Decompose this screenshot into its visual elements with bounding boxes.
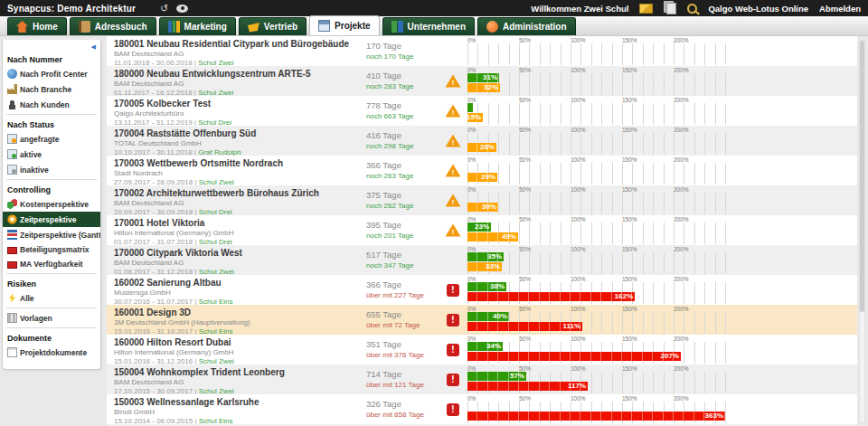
project-duration: 351 Tage [366, 339, 440, 349]
chart-gridlines [467, 133, 726, 155]
project-company: Hilton International (Germany) GmbH [114, 229, 354, 237]
gantt-icon [7, 230, 17, 240]
sidebar-item-angefragte[interactable]: angefragte [3, 131, 100, 147]
search-icon[interactable] [687, 4, 697, 14]
sidebar-item-aktive[interactable]: aktive [3, 147, 100, 162]
warning-icon: ! [446, 224, 461, 237]
project-manager[interactable]: Schul Drei [199, 238, 232, 245]
project-row[interactable]: 180000 Neubau Entwicklungszentrum ARTE-5… [107, 66, 857, 96]
sidebar-header-controlling: Controlling [3, 182, 100, 196]
project-manager[interactable]: Schul Eins [199, 327, 233, 335]
tab-adressbuch[interactable]: Adressbuch [70, 17, 156, 35]
project-company: BAM Deutschland AG [114, 378, 354, 386]
sidebar-item-ma-verf-gbarkeit[interactable]: MA Verfügbarkeit [3, 257, 100, 271]
sidebar-item-zeitperspektive-gantt[interactable]: Zeitperspektive (Gantt) [3, 227, 100, 242]
project-period: 01.07.2017 - 31.07.2018 [114, 238, 194, 245]
risiko-icon [7, 293, 17, 303]
sidebar-item-vorlagen[interactable]: Vorlagen [3, 310, 100, 326]
project-row[interactable]: 170001 Hotel Viktoria Hilton Internation… [107, 215, 857, 245]
project-row[interactable]: 160001 Design 3D 3M Deutschland GmbH (Ha… [107, 305, 857, 335]
vertical-scrollbar[interactable] [859, 40, 865, 423]
sidebar-item-inaktive[interactable]: inaktive [3, 162, 100, 177]
logout-link[interactable]: Abmelden [819, 4, 861, 14]
collapse-sidebar-icon[interactable] [3, 42, 100, 52]
project-row[interactable]: 170002 Architekturwettbewerb Bürohaus Zü… [107, 185, 857, 215]
axis-tick-label: 200% [674, 156, 689, 163]
project-manager[interactable]: Schul Drei [199, 208, 232, 215]
project-period: 10.10.2017 - 30.11.2018 [114, 148, 194, 156]
bar-value-label: 207% [661, 352, 681, 361]
axis-tick-label: 100% [571, 365, 586, 372]
axis-tick-label: 0% [467, 97, 476, 103]
mail-icon[interactable] [639, 4, 653, 14]
project-manager[interactable]: Schul Zwei [199, 357, 234, 364]
tab-marketing[interactable]: Marketing [159, 17, 236, 35]
sidebar-item-zeitperspektive[interactable]: Zeitperspektive [3, 212, 100, 227]
alert-icon: ! [447, 403, 459, 416]
project-manager[interactable]: Schul Zwei [198, 59, 233, 66]
copy-icon[interactable] [666, 3, 676, 14]
axis-tick-label: 150% [622, 97, 637, 103]
progress-chart: 0%50%100%150%200%34%207% [466, 335, 857, 364]
tab-projekte[interactable]: Projekte [309, 15, 379, 35]
project-row[interactable]: 150003 Wellnessanlage Karlsruhe Binoli G… [107, 394, 857, 424]
project-manager[interactable]: Schul Zwei [199, 268, 234, 275]
tab-unternehmen[interactable]: Unternehmen [382, 17, 475, 35]
scrollbar-thumb[interactable] [860, 41, 864, 312]
ma-verfuegbarkeit-icon [7, 261, 17, 269]
history-icon[interactable] [160, 4, 168, 13]
project-manager[interactable]: Graf Rudolph [198, 148, 241, 156]
axis-tick-label: 100% [571, 395, 586, 402]
project-title: 150004 Wohnkomplex Trident Leonberg [114, 367, 354, 377]
project-row[interactable]: 170003 Wettbewerb Ortsmitte Nordrach Sta… [107, 156, 857, 185]
bar-value-label: 363% [705, 412, 725, 421]
axis-tick-label: 200% [674, 37, 689, 43]
project-manager[interactable]: Schul Zwei [199, 178, 234, 185]
tab-vertrieb[interactable]: Vertrieb [239, 17, 307, 35]
project-manager[interactable]: Schul Zwei [199, 387, 234, 394]
project-title: 150003 Wellnessanlage Karlsruhe [114, 397, 354, 407]
project-row[interactable]: 170000 Citypark Viktoria West BAM Deutsc… [107, 245, 857, 275]
sidebar-item-alle[interactable]: Alle [3, 290, 100, 306]
angefragte-icon [7, 134, 17, 144]
project-title: 170005 Kolbecker Test [114, 99, 354, 109]
axis-tick-label: 0% [467, 365, 476, 372]
sidebar-item-projektdokumente[interactable]: Projektdokumente [3, 345, 100, 360]
project-manager[interactable]: Schul Eins [199, 298, 233, 305]
online-link[interactable]: Qalgo Web-Lotus Online [708, 4, 808, 14]
project-row[interactable]: 180001 Neubau Residential Citypark und B… [107, 36, 857, 66]
axis-tick-label: 50% [519, 97, 531, 103]
project-row[interactable]: 170004 Raststätte Offenburg Süd TOTAL De… [107, 126, 857, 156]
sidebar-item-nach-branche[interactable]: Nach Branche [3, 81, 100, 97]
sidebar-item-kostenperspektive[interactable]: Kostenperspektive [3, 196, 100, 212]
sidebar-divider [6, 273, 97, 274]
sidebar-item-nach-profit-center[interactable]: Nach Profit Center [3, 66, 100, 81]
axis-tick-label: 100% [571, 216, 586, 222]
tab-administration[interactable]: Administration [477, 17, 576, 35]
kunden-icon [7, 99, 17, 109]
progress-chart: 0%50%100%150%200%31%32% [466, 66, 857, 96]
axis-tick-label: 100% [571, 336, 586, 342]
elapsed-time-bar: 15% [467, 113, 483, 122]
project-remaining: noch 663 Tage [366, 112, 440, 120]
project-manager[interactable]: Schul Zwei [198, 89, 233, 96]
sidebar-item-beteiligungsmatrix[interactable]: Beteiligungsmatrix [3, 242, 100, 257]
project-row[interactable]: 170005 Kolbecker Test Qalgo Architekturb… [107, 96, 857, 126]
alert-icon: ! [447, 344, 459, 356]
axis-tick-label: 100% [571, 186, 586, 193]
project-title: 170000 Citypark Viktoria West [114, 248, 354, 258]
project-manager[interactable]: Schul Eins [199, 417, 233, 424]
eye-icon[interactable] [176, 5, 188, 13]
project-duration: 517 Tage [366, 250, 440, 260]
project-row[interactable]: 160002 Sanierung Altbau Mustersga GmbH 3… [107, 275, 857, 305]
tab-home[interactable]: Home [7, 17, 67, 35]
project-row[interactable]: 160000 Hilton Resort Dubai Hilton Intern… [107, 335, 857, 364]
app-title: Synapcus: Demo Architektur [7, 4, 136, 14]
project-manager[interactable]: Schul Drei [198, 118, 231, 126]
sidebar-item-nach-kunden[interactable]: Nach Kunden [3, 97, 100, 112]
project-row[interactable]: 150004 Wohnkomplex Trident Leonberg BAM … [107, 364, 857, 394]
axis-tick-label: 0% [467, 336, 476, 342]
progress-chart: 0%50%100%150%200%29% [466, 156, 857, 185]
axis-tick-label: 200% [674, 97, 689, 103]
progress-chart: 0%50%100%150%200% [466, 36, 857, 66]
